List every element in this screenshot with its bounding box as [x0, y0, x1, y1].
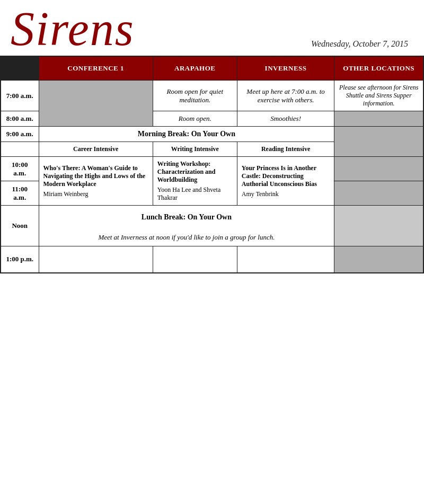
- row-9am: 9:00 a.m. Morning Break: On Your Own: [1, 127, 423, 142]
- cell-8am-other: [334, 111, 423, 127]
- cell-7am-other: Please see afternoon for Sirens Shuttle …: [334, 81, 423, 111]
- time-11am: 11:00 a.m.: [1, 181, 39, 206]
- time-7am: 7:00 a.m.: [1, 81, 39, 111]
- date-label: Wednesday, October 7, 2015: [311, 39, 408, 53]
- row-noon: Noon Lunch Break: On Your Own Meet at In…: [1, 206, 423, 246]
- cell-10am-other: [334, 157, 423, 181]
- lunch-cell: Lunch Break: On Your Own Meet at Inverne…: [39, 206, 334, 246]
- time-noon: Noon: [1, 206, 39, 246]
- cell-10am-arapahoe: Writing Workshop: Characterization and W…: [153, 157, 237, 206]
- cell-9am-other: [334, 127, 423, 157]
- cell-8am-arapahoe: Room open.: [153, 111, 237, 127]
- time-header: [1, 56, 39, 81]
- cell-11am-other: [334, 181, 423, 206]
- col4-header: OTHER LOCATIONS: [334, 56, 423, 81]
- time-10am: 10:00 a.m.: [1, 157, 39, 181]
- time-subheader: [1, 142, 39, 157]
- col1-header: CONFERENCE 1: [39, 56, 153, 81]
- inverness-author: Amy Tenbrink: [242, 190, 330, 198]
- lunch-break-subtitle: Meet at Inverness at noon if you'd like …: [39, 229, 334, 246]
- col3-header: INVERNESS: [237, 56, 334, 81]
- cell-10am-inverness: Your Princess Is in Another Castle: Deco…: [237, 157, 334, 206]
- logo: Sirens: [11, 5, 135, 53]
- morning-break: Morning Break: On Your Own: [39, 127, 334, 142]
- row-10am: 10:00 a.m. Who's There: A Woman's Guide …: [1, 157, 423, 181]
- row-1pm: 1:00 p.m.: [1, 246, 423, 273]
- cell-7am-arapahoe: Room open for quiet meditation.: [153, 81, 237, 111]
- cell-7am-inverness: Meet up here at 7:00 a.m. to exercise wi…: [237, 81, 334, 111]
- arapahoe-author: Yoon Ha Lee and Shveta Thakrar: [157, 186, 233, 202]
- header-row: CONFERENCE 1 ARAPAHOE INVERNESS OTHER LO…: [1, 56, 423, 81]
- conf1-title: Who's There: A Woman's Guide to Navigati…: [43, 164, 146, 188]
- cell-1pm-inverness: [237, 246, 334, 273]
- lunch-break-title: Lunch Break: On Your Own: [39, 206, 334, 229]
- arapahoe-title: Writing Workshop: Characterization and W…: [157, 160, 216, 183]
- page-header: Sirens Wednesday, October 7, 2015: [0, 0, 424, 56]
- col2-header: ARAPAHOE: [153, 56, 237, 81]
- conf1-author: Miriam Weinberg: [43, 190, 148, 198]
- time-9am: 9:00 a.m.: [1, 127, 39, 142]
- schedule-table: CONFERENCE 1 ARAPAHOE INVERNESS OTHER LO…: [0, 56, 424, 273]
- cell-10am-conf1: Who's There: A Woman's Guide to Navigati…: [39, 157, 153, 206]
- cell-1pm-other: [334, 246, 423, 273]
- subheader-conf1: Career Intensive: [39, 142, 153, 157]
- time-1pm: 1:00 p.m.: [1, 246, 39, 273]
- cell-noon-other: [334, 206, 423, 246]
- cell-1pm-conf1: [39, 246, 153, 273]
- time-8am: 8:00 a.m.: [1, 111, 39, 127]
- cell-7am-conf1: [39, 81, 153, 127]
- row-7am: 7:00 a.m. Room open for quiet meditation…: [1, 81, 423, 111]
- cell-8am-inverness: Smoothies!: [237, 111, 334, 127]
- subheader-arapahoe: Writing Intensive: [153, 142, 237, 157]
- inverness-title: Your Princess Is in Another Castle: Deco…: [242, 164, 317, 188]
- subheader-inverness: Reading Intensive: [237, 142, 334, 157]
- cell-1pm-arapahoe: [153, 246, 237, 273]
